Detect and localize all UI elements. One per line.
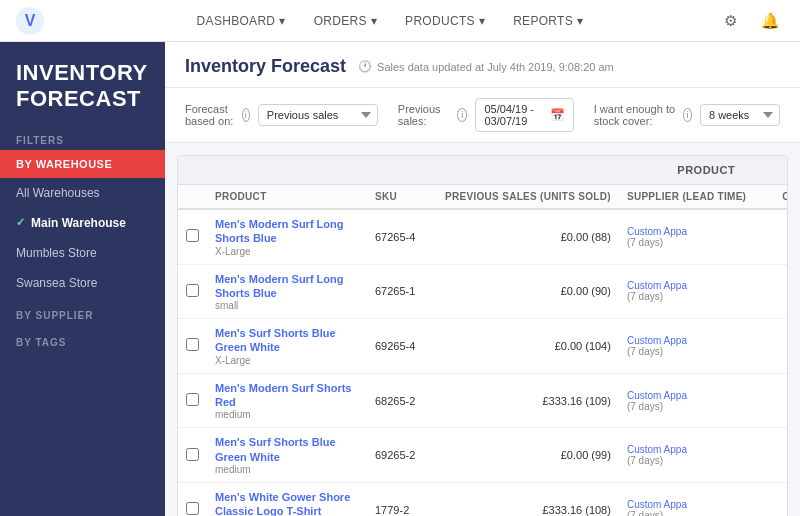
row-prev-sales-cell: £0.00 (88) — [437, 209, 619, 264]
supplier-name[interactable]: Custom Appa — [627, 335, 746, 346]
bell-icon[interactable]: 🔔 — [756, 7, 784, 35]
row-checkbox-cell[interactable] — [178, 264, 207, 319]
table-row: Men's Modern Surf Long Shorts Blue small… — [178, 264, 788, 319]
sales-info: 🕐 Sales data updated at July 4th 2019, 9… — [358, 60, 614, 73]
supplier-name[interactable]: Custom Appa — [627, 280, 746, 291]
forecast-select[interactable]: Previous sales — [258, 104, 378, 126]
forecast-label: Forecast based on: — [185, 103, 234, 127]
prev-sales-info-icon[interactable]: i — [457, 108, 467, 122]
product-name[interactable]: Men's White Gower Shore Classic Logo T-S… — [215, 490, 359, 516]
nav-products[interactable]: PRODUCTS ▾ — [395, 8, 495, 34]
row-prev-sales-cell: £333.16 (108) — [437, 482, 619, 516]
row-cost-cell: £ 5.6 — [754, 209, 788, 264]
product-variant: X-Large — [215, 246, 359, 257]
row-checkbox[interactable] — [186, 448, 199, 461]
row-checkbox[interactable] — [186, 502, 199, 515]
gear-icon[interactable]: ⚙ — [716, 7, 744, 35]
row-supplier-cell: Custom Appa (7 days) — [619, 319, 754, 374]
row-prev-sales-cell: £0.00 (104) — [437, 319, 619, 374]
row-prev-sales-cell: £333.16 (109) — [437, 373, 619, 428]
sidebar-section-warehouse[interactable]: BY WAREHOUSE — [0, 150, 165, 178]
forecast-info-icon[interactable]: i — [242, 108, 250, 122]
row-checkbox-cell[interactable] — [178, 482, 207, 516]
product-variant: X-Large — [215, 355, 359, 366]
column-header-row: PRODUCT SKU PREVIOUS SALES (UNITS SOLD) … — [178, 185, 788, 210]
sidebar-item-swansea-store[interactable]: Swansea Store — [0, 268, 165, 298]
nav-links: DASHBOARD ▾ ORDERS ▾ PRODUCTS ▾ REPORTS … — [64, 8, 716, 34]
sidebar-item-main-warehouse[interactable]: Main Warehouse — [0, 208, 165, 238]
row-prev-sales-cell: £0.00 (99) — [437, 428, 619, 483]
row-sku-cell: 1779-2 — [367, 482, 437, 516]
row-cost-cell: £ 5.6 — [754, 264, 788, 319]
supplier-name[interactable]: Custom Appa — [627, 444, 746, 455]
table-row: Men's Modern Surf Shorts Red medium 6826… — [178, 373, 788, 428]
row-checkbox[interactable] — [186, 338, 199, 351]
col-supplier-header: SUPPLIER (LEAD TIME) — [619, 185, 754, 210]
row-supplier-cell: Custom Appa (7 days) — [619, 209, 754, 264]
date-range-box[interactable]: 05/04/19 - 03/07/19 📅 — [475, 98, 573, 132]
row-prev-sales-cell: £0.00 (90) — [437, 264, 619, 319]
table-container: PRODUCT PRODUCT SKU PREVIOUS SALES (UNIT… — [177, 155, 788, 516]
col-cost-header: COST — [754, 185, 788, 210]
product-header-cell: PRODUCT — [367, 156, 788, 185]
row-sku-cell: 67265-4 — [367, 209, 437, 264]
stock-cover-info-icon[interactable]: i — [683, 108, 692, 122]
supplier-name[interactable]: Custom Appa — [627, 499, 746, 510]
chevron-down-icon: ▾ — [279, 14, 285, 28]
table-row: Men's Surf Shorts Blue Green White X-Lar… — [178, 319, 788, 374]
row-sku-cell: 67265-1 — [367, 264, 437, 319]
supplier-lead-time: (7 days) — [627, 237, 746, 248]
product-name[interactable]: Men's Surf Shorts Blue Green White — [215, 435, 359, 464]
supplier-name[interactable]: Custom Appa — [627, 390, 746, 401]
row-cost-cell: £ 5.6 — [754, 428, 788, 483]
row-product-cell: Men's Modern Surf Shorts Red medium — [207, 373, 367, 428]
supplier-name[interactable]: Custom Appa — [627, 226, 746, 237]
sidebar-section-supplier[interactable]: BY SUPPLIER — [0, 298, 165, 329]
row-sku-cell: 68265-2 — [367, 373, 437, 428]
col-prev-sales-header: PREVIOUS SALES (UNITS SOLD) — [437, 185, 619, 210]
product-name[interactable]: Men's Modern Surf Long Shorts Blue — [215, 272, 359, 301]
product-name[interactable]: Men's Surf Shorts Blue Green White — [215, 326, 359, 355]
sidebar-section-tags[interactable]: BY TAGS — [0, 329, 165, 356]
prev-sales-label: Previous sales: — [398, 103, 449, 127]
row-supplier-cell: Custom Appa (7 days) — [619, 482, 754, 516]
nav-dashboard[interactable]: DASHBOARD ▾ — [187, 8, 296, 34]
supplier-lead-time: (7 days) — [627, 455, 746, 466]
row-checkbox-cell[interactable] — [178, 319, 207, 374]
logo[interactable]: V — [16, 7, 44, 35]
row-checkbox[interactable] — [186, 284, 199, 297]
sidebar-item-all-warehouses[interactable]: All Warehouses — [0, 178, 165, 208]
col-product-header: PRODUCT — [207, 185, 367, 210]
row-checkbox-cell[interactable] — [178, 373, 207, 428]
forecast-based-on-group: Forecast based on: i Previous sales — [185, 103, 378, 127]
product-variant: medium — [215, 409, 359, 420]
nav-icons: ⚙ 🔔 — [716, 7, 784, 35]
sidebar-item-mumbles-store[interactable]: Mumbles Store — [0, 238, 165, 268]
row-cost-cell: £ 5.6 — [754, 373, 788, 428]
row-sku-cell: 69265-4 — [367, 319, 437, 374]
stock-cover-select[interactable]: 8 weeks — [700, 104, 780, 126]
stock-cover-label: I want enough to stock cover: — [594, 103, 675, 127]
row-product-cell: Men's White Gower Shore Classic Logo T-S… — [207, 482, 367, 516]
table-area: PRODUCT PRODUCT SKU PREVIOUS SALES (UNIT… — [165, 143, 800, 516]
row-checkbox-cell[interactable] — [178, 209, 207, 264]
row-cost-cell: £ 5.4 — [754, 482, 788, 516]
product-variant: small — [215, 300, 359, 311]
product-name[interactable]: Men's Modern Surf Long Shorts Blue — [215, 217, 359, 246]
row-product-cell: Men's Modern Surf Long Shorts Blue small — [207, 264, 367, 319]
forecast-controls: Forecast based on: i Previous sales Prev… — [165, 88, 800, 143]
row-checkbox-cell[interactable] — [178, 428, 207, 483]
filters-label: FILTERS — [0, 127, 165, 150]
nav-reports[interactable]: REPORTS ▾ — [503, 8, 593, 34]
row-checkbox[interactable] — [186, 229, 199, 242]
row-supplier-cell: Custom Appa (7 days) — [619, 264, 754, 319]
main-header: Inventory Forecast 🕐 Sales data updated … — [165, 42, 800, 88]
stock-cover-group: I want enough to stock cover: i 8 weeks — [594, 103, 780, 127]
main-layout: INVENTORY FORECAST FILTERS BY WAREHOUSE … — [0, 42, 800, 516]
product-name[interactable]: Men's Modern Surf Shorts Red — [215, 381, 359, 410]
nav-orders[interactable]: ORDERS ▾ — [304, 8, 387, 34]
col-sku-header: SKU — [367, 185, 437, 210]
supplier-lead-time: (7 days) — [627, 401, 746, 412]
row-checkbox[interactable] — [186, 393, 199, 406]
table-row: Men's Modern Surf Long Shorts Blue X-Lar… — [178, 209, 788, 264]
